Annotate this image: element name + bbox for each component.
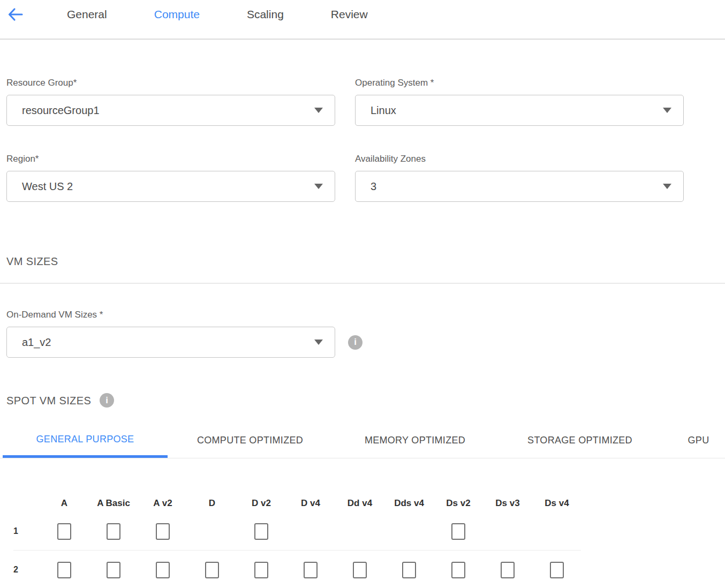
tab-gpu[interactable]: GPU [662,423,725,458]
tab-scaling[interactable]: Scaling [247,7,284,21]
vm-size-checkbox-row1-a-basic[interactable] [107,523,120,540]
vm-size-checkbox-row2-ds-v2[interactable] [451,562,465,578]
tab-memory-optimized[interactable]: MEMORY OPTIMIZED [333,423,497,458]
vm-table-row: 1 [6,523,725,540]
operating-system-field: Operating System * Linux [355,77,684,126]
on-demand-field: On-Demand VM Sizes * a1_v2 i [6,309,725,358]
vm-size-checkbox-row2-a-v2[interactable] [156,562,170,578]
resource-group-value: resourceGroup1 [22,104,100,117]
vm-size-checkbox-row1-a[interactable] [57,523,71,540]
vm-cell [89,562,138,578]
tab-compute-optimized[interactable]: COMPUTE OPTIMIZED [168,423,333,458]
vm-column-header-a: A [40,498,89,509]
vm-size-checkbox-row2-a-basic[interactable] [107,562,120,578]
top-nav: General Compute Scaling Review [0,0,725,40]
vm-size-checkbox-row1-a-v2[interactable] [156,523,170,540]
vm-table-header-row: AA BasicA v2DD v2D v4Dd v4Dds v4Ds v2Ds … [6,497,725,509]
availability-zones-field: Availability Zones 3 [355,153,684,202]
vm-size-checkbox-row2-dd-v4[interactable] [353,562,367,578]
vm-cell [40,562,89,578]
back-button[interactable] [7,7,24,21]
region-label: Region* [6,153,335,164]
region-select[interactable]: West US 2 [6,171,335,202]
vm-cell [483,562,532,578]
vm-column-header-ds-v4: Ds v4 [532,498,581,509]
vm-cell [384,562,434,578]
vm-size-checkbox-row2-ds-v4[interactable] [550,562,564,578]
row-label: 1 [6,526,40,536]
vm-size-checkbox-row2-d-v2[interactable] [254,562,268,578]
tab-general-purpose[interactable]: GENERAL PURPOSE [3,423,168,458]
vm-size-checkbox-row1-ds-v2[interactable] [451,523,465,540]
row-divider [13,550,581,551]
vm-cell [434,523,483,540]
vm-column-header-ds-v3: Ds v3 [483,498,532,509]
on-demand-value: a1_v2 [22,336,51,349]
operating-system-select[interactable]: Linux [355,95,684,126]
tab-review[interactable]: Review [331,7,368,21]
vm-table-row: 2 [6,561,725,578]
vm-size-checkbox-row2-a[interactable] [57,562,71,578]
vm-column-header-a-v2: A v2 [138,498,187,509]
vm-cell [237,562,286,578]
info-icon[interactable]: i [100,393,114,408]
vm-size-checkbox-row2-d-v4[interactable] [304,562,318,578]
vm-column-header-d: D [187,498,237,509]
operating-system-value: Linux [371,104,396,117]
vm-size-checkbox-row2-dds-v4[interactable] [402,562,416,578]
region-value: West US 2 [22,180,73,193]
caret-down-icon [663,108,671,113]
tab-compute[interactable]: Compute [154,7,200,21]
vm-cell [237,523,286,540]
vm-sizes-heading: VM SIZES [6,255,725,268]
vm-cell [40,523,89,540]
vm-column-header-dds-v4: Dds v4 [384,498,434,509]
operating-system-label: Operating System * [355,77,684,88]
resource-group-select[interactable]: resourceGroup1 [6,95,335,126]
spot-vm-sizes-heading: SPOT VM SIZES [6,394,91,407]
resource-group-field: Resource Group* resourceGroup1 [6,77,335,126]
resource-group-label: Resource Group* [6,77,335,88]
vm-column-header-ds-v2: Ds v2 [434,498,483,509]
caret-down-icon [314,340,323,345]
vm-size-table: AA BasicA v2DD v2D v4Dd v4Dds v4Ds v2Ds … [0,497,725,578]
region-field: Region* West US 2 [6,153,335,202]
vm-column-header-d-v2: D v2 [237,498,286,509]
vm-size-checkbox-row1-d-v2[interactable] [254,523,268,540]
on-demand-label: On-Demand VM Sizes * [6,309,725,320]
vm-column-header-d-v4: D v4 [286,498,335,509]
availability-zones-select[interactable]: 3 [355,171,684,202]
vm-column-header-a-basic: A Basic [89,498,138,509]
vm-cell [434,562,483,578]
tab-storage-optimized[interactable]: STORAGE OPTIMIZED [497,423,662,458]
on-demand-select[interactable]: a1_v2 [6,327,335,358]
vm-cell [532,562,581,578]
availability-zones-label: Availability Zones [355,153,684,164]
info-icon[interactable]: i [348,335,362,350]
wizard-steps: General Compute Scaling Review [67,7,368,21]
availability-zones-value: 3 [371,180,376,193]
caret-down-icon [314,108,323,113]
compute-form: Resource Group* resourceGroup1 Operating… [6,77,725,202]
vm-column-header-dd-v4: Dd v4 [335,498,384,509]
section-divider [0,283,725,284]
spot-category-tabs: GENERAL PURPOSE COMPUTE OPTIMIZED MEMORY… [0,423,725,458]
vm-size-checkbox-row2-d[interactable] [205,562,219,578]
vm-cell [187,562,237,578]
caret-down-icon [663,184,671,189]
vm-cell [138,562,187,578]
vm-size-checkbox-row2-ds-v3[interactable] [501,562,515,578]
vm-cell [89,523,138,540]
row-label: 2 [6,565,40,575]
vm-cell [138,523,187,540]
caret-down-icon [314,184,323,189]
tab-general[interactable]: General [67,7,107,21]
spot-vm-sizes-header: SPOT VM SIZES i [6,393,725,408]
vm-cell [335,562,384,578]
arrow-left-icon [7,7,24,21]
vm-cell [286,562,335,578]
